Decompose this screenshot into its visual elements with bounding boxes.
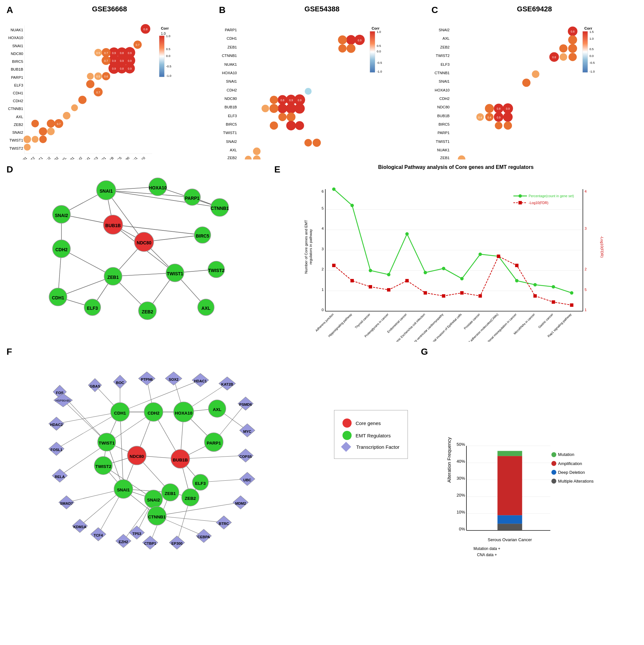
svg-rect-260 — [442, 294, 445, 297]
svg-text:AXL: AXL — [442, 36, 449, 40]
svg-text:4: 4 — [585, 189, 587, 193]
svg-marker-386 — [238, 397, 253, 410]
svg-point-212 — [138, 302, 156, 319]
svg-text:0.9: 0.9 — [128, 51, 132, 55]
svg-text:3: 3 — [585, 226, 586, 230]
panel-a-svg: NUAK1 HOXA10 SNAI1 NDC80 BIRC5 BUB1B PAR… — [3, 16, 216, 160]
x-label: CDH2 — [73, 156, 83, 160]
svg-point-356 — [171, 449, 190, 468]
legend-circle-red — [342, 419, 352, 428]
pathway-title: Biological Pathway analysis of Core gene… — [271, 164, 641, 170]
bubble — [86, 80, 94, 88]
svg-point-253 — [570, 291, 573, 294]
svg-rect-255 — [351, 279, 354, 282]
svg-line-159 — [106, 190, 192, 197]
svg-text:SNAI1: SNAI1 — [226, 79, 237, 83]
footer-mutation: Mutation data + — [473, 547, 500, 551]
svg-text:5: 5 — [585, 288, 586, 291]
svg-point-358 — [204, 433, 223, 452]
svg-text:0.9: 0.9 — [120, 59, 124, 62]
svg-point-202 — [104, 267, 122, 285]
svg-text:Prostate cancer: Prostate cancer — [463, 313, 481, 330]
bar-deep-deletion — [498, 515, 522, 523]
svg-point-147 — [504, 122, 512, 130]
svg-rect-256 — [369, 285, 372, 288]
svg-text:0.9: 0.9 — [497, 116, 501, 119]
svg-text:TWIST1: TWIST1 — [223, 131, 237, 135]
svg-text:SNAI1: SNAI1 — [438, 79, 449, 83]
svg-text:CTNNB1: CTNNB1 — [222, 54, 237, 58]
svg-text:0.7: 0.7 — [135, 43, 139, 46]
svg-point-188 — [184, 189, 200, 205]
svg-point-81 — [313, 139, 321, 147]
svg-text:0.9: 0.9 — [112, 51, 116, 55]
bubble — [47, 120, 55, 128]
svg-text:CDH2: CDH2 — [439, 97, 449, 100]
bubble — [39, 136, 47, 143]
x-label: ELF3 — [90, 156, 98, 160]
svg-point-244 — [405, 232, 408, 236]
svg-point-252 — [552, 285, 555, 288]
y-label: CDH1 — [13, 91, 23, 95]
svg-text:NUAK1: NUAK1 — [437, 148, 449, 152]
svg-text:BIRC5: BIRC5 — [438, 123, 449, 126]
svg-point-82 — [304, 139, 312, 147]
legend-diamond-blue — [341, 442, 351, 452]
svg-rect-257 — [387, 288, 390, 291]
svg-text:BIRC5: BIRC5 — [226, 123, 237, 126]
svg-point-127 — [568, 44, 577, 53]
svg-marker-376 — [113, 375, 126, 389]
svg-text:5: 5 — [322, 206, 324, 210]
svg-rect-267 — [570, 303, 573, 306]
svg-text:TWIST1: TWIST1 — [435, 140, 449, 144]
svg-rect-262 — [478, 294, 482, 297]
svg-text:SNAI2: SNAI2 — [226, 140, 237, 144]
svg-line-329 — [157, 516, 224, 522]
panel-b: B GSE54388 PARP1 CDH1 ZEB1 CTNNB1 NUAK1 … — [216, 3, 428, 160]
y-label: SNAI2 — [12, 131, 23, 135]
svg-marker-378 — [138, 372, 155, 385]
svg-point-243 — [387, 273, 390, 276]
svg-point-84 — [253, 156, 261, 160]
svg-text:TWIST2: TWIST2 — [435, 54, 449, 58]
legend-emt-label: EMT Regulators — [355, 433, 391, 438]
x-label: ZEB2 — [50, 156, 59, 160]
svg-text:2: 2 — [322, 267, 324, 271]
svg-point-246 — [442, 267, 445, 270]
bottom-row: F — [3, 345, 641, 573]
svg-rect-265 — [534, 294, 537, 297]
panel-d-svg: SNAI1 HOXA10 PARP1 CTNNB1 SNAI2 BUB1B CD… — [3, 163, 271, 342]
svg-line-175 — [113, 273, 175, 276]
svg-point-80 — [270, 122, 278, 130]
svg-text:4: 4 — [322, 226, 324, 230]
y-label: AXL — [16, 115, 23, 119]
svg-point-85 — [245, 156, 252, 160]
x-label: CDH1 — [81, 156, 91, 160]
svg-point-368 — [147, 506, 166, 525]
svg-marker-390 — [238, 449, 253, 462]
bubble — [24, 144, 31, 151]
svg-point-251 — [534, 283, 537, 286]
svg-rect-254 — [332, 264, 335, 267]
svg-point-186 — [149, 178, 167, 196]
svg-point-364 — [162, 484, 179, 501]
middle-row: D — [3, 163, 641, 342]
svg-point-348 — [209, 400, 226, 418]
svg-text:2: 2 — [585, 267, 586, 271]
svg-text:0%: 0% — [459, 526, 465, 531]
legend-core-genes-label: Core genes — [355, 420, 381, 426]
bubble — [78, 96, 86, 104]
svg-text:0.8: 0.8 — [281, 98, 285, 102]
svg-text:0.0: 0.0 — [166, 54, 170, 58]
svg-text:1.0: 1.0 — [589, 37, 594, 40]
svg-text:Number of Core genes and EMT: Number of Core genes and EMT — [304, 220, 308, 274]
bubble — [47, 128, 55, 135]
svg-text:0.9: 0.9 — [128, 67, 132, 70]
svg-text:1.0: 1.0 — [166, 34, 170, 38]
svg-point-366 — [182, 489, 199, 506]
svg-text:1.0: 1.0 — [161, 32, 166, 35]
bubble — [71, 104, 78, 111]
y-label: PARP1 — [11, 75, 23, 79]
svg-text:0.6: 0.6 — [104, 75, 108, 78]
svg-marker-400 — [169, 536, 185, 549]
